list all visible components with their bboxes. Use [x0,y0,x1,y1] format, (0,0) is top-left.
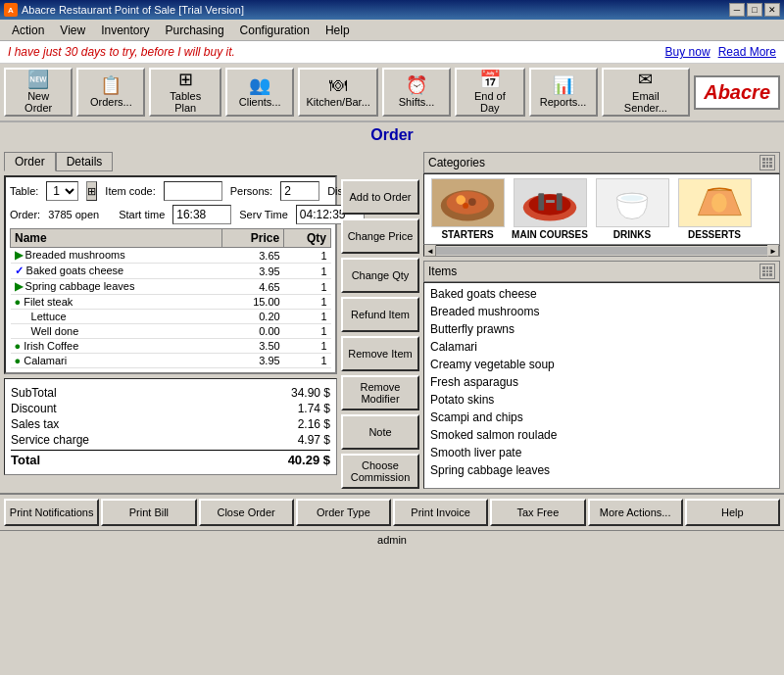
buy-now-link[interactable]: Buy now [665,45,710,59]
category-starters[interactable]: STARTERS [428,178,507,240]
email-sender-button[interactable]: ✉ Email Sender... [602,68,691,117]
reports-button[interactable]: 📊 Reports... [529,68,598,117]
tables-plan-icon: ⊞ [178,71,193,88]
persons-input[interactable] [280,181,319,201]
read-more-link[interactable]: Read More [718,45,776,59]
print-invoice-button[interactable]: Print Invoice [393,499,488,526]
remove-item-button[interactable]: Remove Item [341,336,419,371]
change-price-button[interactable]: Change Price [341,218,419,254]
choose-commission-button[interactable]: Choose Commission [341,454,419,489]
clients-button[interactable]: 👥 Clients... [225,68,294,117]
row-name: ● Calamari [11,354,222,368]
maximize-button[interactable]: □ [747,3,762,17]
list-item[interactable]: Potato skins [426,391,777,409]
list-item[interactable]: Creamy vegetable soup [426,356,777,373]
toolbar: 🆕 New Order 📋 Orders... ⊞ Tables Plan 👥 … [0,64,784,122]
order-type-button[interactable]: Order Type [296,499,391,526]
print-bill-button[interactable]: Print Bill [101,499,196,526]
scroll-left-button[interactable]: ◄ [424,245,436,257]
service-charge-label: Service charge [11,433,89,447]
kitchen-button[interactable]: 🍽 Kitchen/Bar... [298,68,378,117]
categories-grid-icon[interactable] [760,155,775,170]
page-title: Order [370,126,414,143]
tab-details[interactable]: Details [56,152,114,171]
new-order-button[interactable]: 🆕 New Order [4,68,73,117]
remove-modifier-button[interactable]: Remove Modifier [341,375,419,410]
menu-action[interactable]: Action [4,22,52,39]
tab-order[interactable]: Order [4,152,56,171]
tables-plan-button[interactable]: ⊞ Tables Plan [149,68,221,117]
left-panel: Order Details Table: 1 ⊞ Item code: Pers… [4,152,337,489]
list-item[interactable]: Spring cabbage leaves [426,461,777,479]
start-time-input[interactable] [172,205,231,224]
shifts-button[interactable]: ⏰ Shifts... [382,68,451,117]
table-row[interactable]: ▶ Breaded mushrooms 3.65 1 [11,248,331,264]
subtotal-row: SubTotal 34.90 $ [11,385,330,401]
promo-bar: I have just 30 days to try, before I wil… [0,41,784,64]
list-item[interactable]: Scampi and chips [426,409,777,426]
more-actions-button[interactable]: More Actions... [588,499,683,526]
menu-help[interactable]: Help [318,22,358,39]
menu-configuration[interactable]: Configuration [232,22,318,39]
print-notifications-button[interactable]: Print Notifications [4,499,99,526]
reports-label: Reports... [540,96,587,108]
menu-purchasing[interactable]: Purchasing [158,22,232,39]
table-row[interactable]: ✓ Baked goats cheese 3.95 1 [11,264,331,279]
change-qty-button[interactable]: Change Qty [341,258,419,293]
orders-button[interactable]: 📋 Orders... [76,68,145,117]
scroll-right-button[interactable]: ► [767,245,779,257]
help-button[interactable]: Help [685,499,780,526]
add-to-order-button[interactable]: Add to Order [341,179,419,215]
items-grid-icon[interactable] [760,264,775,279]
table-row[interactable]: ▶ Spring cabbage leaves 4.65 1 [11,279,331,295]
minimize-button[interactable]: ─ [729,3,745,17]
row-qty: 1 [284,324,331,339]
title-bar-controls[interactable]: ─ □ ✕ [729,3,780,17]
table-row[interactable]: Lettuce 0.20 1 [11,310,331,324]
list-item[interactable]: Fresh asparagus [426,373,777,391]
row-qty: 1 [284,295,331,310]
table-action-button[interactable]: ⊞ [86,181,97,201]
row-price: 0.00 [221,324,283,339]
note-button[interactable]: Note [341,414,419,450]
list-item[interactable]: Smooth liver pate [426,444,777,461]
category-desserts[interactable]: DESSERTS [675,178,754,240]
list-item[interactable]: Breaded mushrooms [426,303,777,320]
table-row[interactable]: Well done 0.00 1 [11,324,331,339]
row-qty: 1 [284,310,331,324]
service-charge-row: Service charge 4.97 $ [11,432,330,448]
svg-point-2 [446,191,488,214]
close-button[interactable]: ✕ [764,3,780,17]
content-body: Order Details Table: 1 ⊞ Item code: Pers… [0,148,784,493]
order-table: Name Price Qty ▶ Breaded mushrooms 3.65 … [10,228,331,368]
col-price: Price [221,229,283,248]
svg-point-8 [528,194,570,215]
row-name: Lettuce [11,310,222,324]
sales-tax-row: Sales tax 2.16 $ [11,416,330,432]
drinks-label: DRINKS [613,229,651,240]
table-row[interactable]: ● Filet steak 15.00 1 [11,295,331,310]
close-order-button[interactable]: Close Order [199,499,294,526]
menu-inventory[interactable]: Inventory [93,22,157,39]
table-row[interactable]: ● Irish Coffee 3.50 1 [11,339,331,354]
category-drinks[interactable]: DRINKS [593,178,671,240]
category-main-courses[interactable]: MAIN COURSES [511,178,589,240]
categories-scrollbar[interactable]: ◄ ► [423,245,780,257]
list-item[interactable]: Smoked salmon roulade [426,426,777,444]
promo-links: Buy now Read More [665,45,776,59]
item-code-input[interactable] [164,181,222,201]
end-of-day-button[interactable]: 📅 End of Day [455,68,525,117]
tax-free-button[interactable]: Tax Free [490,499,585,526]
menu-view[interactable]: View [52,22,93,39]
col-name: Name [11,229,222,248]
refund-item-button[interactable]: Refund Item [341,297,419,332]
list-item[interactable]: Baked goats cheese [426,285,777,303]
total-label: Total [11,453,40,467]
total-row: Total 40.29 $ [11,450,330,468]
desserts-label: DESSERTS [688,229,741,240]
table-select[interactable]: 1 [46,181,78,201]
list-item[interactable]: Butterfly prawns [426,320,777,338]
table-row[interactable]: ● Calamari 3.95 1 [11,354,331,368]
list-item[interactable]: Calamari [426,338,777,356]
form-row-2: Order: 3785 open Start time Serv Time [10,205,331,224]
